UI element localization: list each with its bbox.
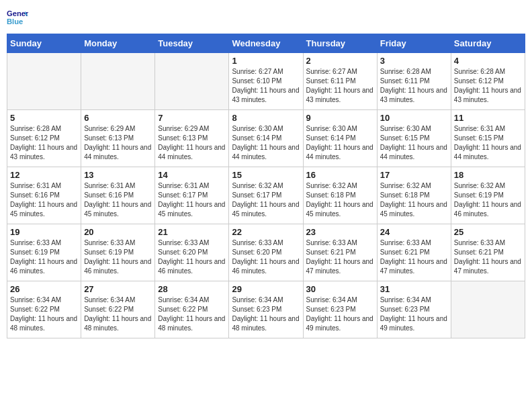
day-number: 17: [380, 170, 448, 180]
day-number: 3: [380, 56, 448, 66]
calendar-cell: 27Sunrise: 6:34 AM Sunset: 6:22 PM Dayli…: [81, 281, 155, 338]
calendar-cell: 26Sunrise: 6:34 AM Sunset: 6:22 PM Dayli…: [7, 281, 81, 338]
week-row-3: 12Sunrise: 6:31 AM Sunset: 6:16 PM Dayli…: [7, 167, 525, 224]
day-number: 23: [306, 227, 374, 237]
day-info: Sunrise: 6:34 AM Sunset: 6:23 PM Dayligh…: [232, 295, 300, 333]
header-row: SundayMondayTuesdayWednesdayThursdayFrid…: [7, 34, 525, 53]
day-info: Sunrise: 6:31 AM Sunset: 6:15 PM Dayligh…: [454, 124, 522, 162]
day-number: 7: [158, 113, 226, 123]
day-info: Sunrise: 6:32 AM Sunset: 6:18 PM Dayligh…: [380, 181, 448, 219]
calendar-cell: [451, 281, 525, 338]
day-number: 4: [454, 56, 522, 66]
day-info: Sunrise: 6:33 AM Sunset: 6:19 PM Dayligh…: [10, 238, 78, 276]
calendar-cell: 20Sunrise: 6:33 AM Sunset: 6:19 PM Dayli…: [81, 224, 155, 281]
day-info: Sunrise: 6:28 AM Sunset: 6:11 PM Dayligh…: [380, 67, 448, 105]
day-info: Sunrise: 6:31 AM Sunset: 6:16 PM Dayligh…: [10, 181, 78, 219]
day-number: 31: [380, 284, 448, 294]
calendar-cell: 11Sunrise: 6:31 AM Sunset: 6:15 PM Dayli…: [451, 110, 525, 167]
day-info: Sunrise: 6:33 AM Sunset: 6:21 PM Dayligh…: [454, 238, 522, 276]
week-row-1: 1Sunrise: 6:27 AM Sunset: 6:10 PM Daylig…: [7, 53, 525, 110]
day-number: 24: [380, 227, 448, 237]
calendar-cell: [81, 53, 155, 110]
calendar-cell: 5Sunrise: 6:28 AM Sunset: 6:12 PM Daylig…: [7, 110, 81, 167]
calendar-cell: 15Sunrise: 6:32 AM Sunset: 6:17 PM Dayli…: [229, 167, 303, 224]
day-info: Sunrise: 6:33 AM Sunset: 6:21 PM Dayligh…: [306, 238, 374, 276]
day-number: 8: [232, 113, 300, 123]
calendar-cell: [7, 53, 81, 110]
calendar-cell: 23Sunrise: 6:33 AM Sunset: 6:21 PM Dayli…: [303, 224, 377, 281]
day-number: 11: [454, 113, 522, 123]
calendar-cell: 3Sunrise: 6:28 AM Sunset: 6:11 PM Daylig…: [377, 53, 451, 110]
day-header-thursday: Thursday: [303, 34, 377, 53]
calendar-cell: 22Sunrise: 6:33 AM Sunset: 6:20 PM Dayli…: [229, 224, 303, 281]
day-number: 13: [84, 170, 152, 180]
calendar-cell: 25Sunrise: 6:33 AM Sunset: 6:21 PM Dayli…: [451, 224, 525, 281]
calendar-cell: [155, 53, 229, 110]
day-number: 9: [306, 113, 374, 123]
day-info: Sunrise: 6:29 AM Sunset: 6:13 PM Dayligh…: [84, 124, 152, 162]
day-header-sunday: Sunday: [7, 34, 81, 53]
day-number: 22: [232, 227, 300, 237]
calendar-cell: 29Sunrise: 6:34 AM Sunset: 6:23 PM Dayli…: [229, 281, 303, 338]
week-row-5: 26Sunrise: 6:34 AM Sunset: 6:22 PM Dayli…: [7, 281, 525, 338]
calendar-cell: 2Sunrise: 6:27 AM Sunset: 6:11 PM Daylig…: [303, 53, 377, 110]
day-info: Sunrise: 6:33 AM Sunset: 6:19 PM Dayligh…: [84, 238, 152, 276]
calendar-cell: 8Sunrise: 6:30 AM Sunset: 6:14 PM Daylig…: [229, 110, 303, 167]
day-info: Sunrise: 6:31 AM Sunset: 6:16 PM Dayligh…: [84, 181, 152, 219]
day-info: Sunrise: 6:34 AM Sunset: 6:22 PM Dayligh…: [84, 295, 152, 333]
day-info: Sunrise: 6:33 AM Sunset: 6:20 PM Dayligh…: [158, 238, 226, 276]
week-row-2: 5Sunrise: 6:28 AM Sunset: 6:12 PM Daylig…: [7, 110, 525, 167]
day-info: Sunrise: 6:29 AM Sunset: 6:13 PM Dayligh…: [158, 124, 226, 162]
calendar-cell: 28Sunrise: 6:34 AM Sunset: 6:22 PM Dayli…: [155, 281, 229, 338]
day-info: Sunrise: 6:30 AM Sunset: 6:14 PM Dayligh…: [232, 124, 300, 162]
day-number: 6: [84, 113, 152, 123]
day-info: Sunrise: 6:32 AM Sunset: 6:19 PM Dayligh…: [454, 181, 522, 219]
calendar-cell: 17Sunrise: 6:32 AM Sunset: 6:18 PM Dayli…: [377, 167, 451, 224]
calendar-cell: 24Sunrise: 6:33 AM Sunset: 6:21 PM Dayli…: [377, 224, 451, 281]
day-info: Sunrise: 6:33 AM Sunset: 6:20 PM Dayligh…: [232, 238, 300, 276]
calendar-cell: 14Sunrise: 6:31 AM Sunset: 6:17 PM Dayli…: [155, 167, 229, 224]
day-number: 19: [10, 227, 78, 237]
day-number: 27: [84, 284, 152, 294]
calendar-cell: 6Sunrise: 6:29 AM Sunset: 6:13 PM Daylig…: [81, 110, 155, 167]
day-info: Sunrise: 6:27 AM Sunset: 6:11 PM Dayligh…: [306, 67, 374, 105]
day-number: 25: [454, 227, 522, 237]
day-number: 16: [306, 170, 374, 180]
calendar-cell: 12Sunrise: 6:31 AM Sunset: 6:16 PM Dayli…: [7, 167, 81, 224]
calendar-cell: 13Sunrise: 6:31 AM Sunset: 6:16 PM Dayli…: [81, 167, 155, 224]
day-info: Sunrise: 6:32 AM Sunset: 6:18 PM Dayligh…: [306, 181, 374, 219]
day-info: Sunrise: 6:32 AM Sunset: 6:17 PM Dayligh…: [232, 181, 300, 219]
calendar-cell: 1Sunrise: 6:27 AM Sunset: 6:10 PM Daylig…: [229, 53, 303, 110]
calendar-cell: 30Sunrise: 6:34 AM Sunset: 6:23 PM Dayli…: [303, 281, 377, 338]
calendar-cell: 18Sunrise: 6:32 AM Sunset: 6:19 PM Dayli…: [451, 167, 525, 224]
day-info: Sunrise: 6:30 AM Sunset: 6:15 PM Dayligh…: [380, 124, 448, 162]
calendar-cell: 4Sunrise: 6:28 AM Sunset: 6:12 PM Daylig…: [451, 53, 525, 110]
day-number: 28: [158, 284, 226, 294]
day-info: Sunrise: 6:34 AM Sunset: 6:23 PM Dayligh…: [306, 295, 374, 333]
calendar-cell: 9Sunrise: 6:30 AM Sunset: 6:14 PM Daylig…: [303, 110, 377, 167]
day-info: Sunrise: 6:34 AM Sunset: 6:23 PM Dayligh…: [380, 295, 448, 333]
day-number: 30: [306, 284, 374, 294]
calendar-table: SundayMondayTuesdayWednesdayThursdayFrid…: [7, 34, 525, 338]
day-info: Sunrise: 6:27 AM Sunset: 6:10 PM Dayligh…: [232, 67, 300, 105]
calendar-cell: 10Sunrise: 6:30 AM Sunset: 6:15 PM Dayli…: [377, 110, 451, 167]
day-info: Sunrise: 6:34 AM Sunset: 6:22 PM Dayligh…: [158, 295, 226, 333]
day-header-wednesday: Wednesday: [229, 34, 303, 53]
day-info: Sunrise: 6:34 AM Sunset: 6:22 PM Dayligh…: [10, 295, 78, 333]
day-number: 14: [158, 170, 226, 180]
day-number: 15: [232, 170, 300, 180]
day-info: Sunrise: 6:33 AM Sunset: 6:21 PM Dayligh…: [380, 238, 448, 276]
day-number: 29: [232, 284, 300, 294]
day-number: 26: [10, 284, 78, 294]
day-header-tuesday: Tuesday: [155, 34, 229, 53]
day-header-saturday: Saturday: [451, 34, 525, 53]
day-number: 21: [158, 227, 226, 237]
page-header: General Blue: [7, 7, 525, 28]
day-number: 5: [10, 113, 78, 123]
calendar-cell: 7Sunrise: 6:29 AM Sunset: 6:13 PM Daylig…: [155, 110, 229, 167]
day-number: 1: [232, 56, 300, 66]
logo: General Blue: [7, 7, 30, 28]
day-header-monday: Monday: [81, 34, 155, 53]
week-row-4: 19Sunrise: 6:33 AM Sunset: 6:19 PM Dayli…: [7, 224, 525, 281]
logo-icon: General Blue: [7, 7, 28, 28]
